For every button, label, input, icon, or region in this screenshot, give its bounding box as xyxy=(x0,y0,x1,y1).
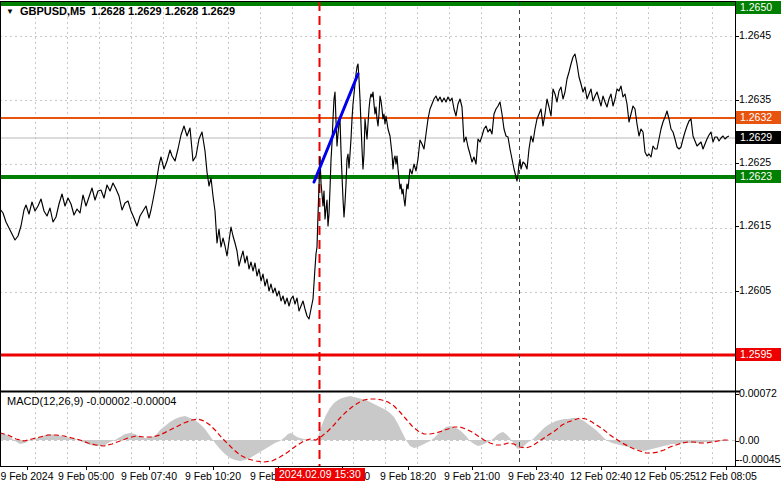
price-level-badge: 1.2595 xyxy=(736,348,781,361)
price-line xyxy=(0,54,729,319)
symbol-header: ▼ GBPUSD,M5 1.2628 1.2629 1.2628 1.2629 xyxy=(6,5,235,17)
symbol-ohlc: 1.2628 1.2629 1.2628 1.2629 xyxy=(91,5,235,17)
time-cursor-badge: 2024.02.09 15:30 xyxy=(275,468,365,481)
price-axis-label: 1.2615 xyxy=(739,219,781,232)
macd-axis-label: 0.00 xyxy=(739,434,781,447)
symbol-dropdown-icon[interactable]: ▼ xyxy=(6,6,14,17)
time-axis-label: 12 Feb 08:05 xyxy=(681,470,771,482)
chart-canvas[interactable] xyxy=(0,0,781,489)
price-axis-label: 1.2635 xyxy=(739,93,781,106)
trading-chart-window: ▼ GBPUSD,M5 1.2628 1.2629 1.2628 1.2629 … xyxy=(0,0,781,489)
price-axis-label: 1.2625 xyxy=(739,156,781,169)
price-level-badge: 1.2623 xyxy=(736,170,781,183)
macd-axis-label: -0.00045 xyxy=(739,453,781,466)
macd-axis-label: 0.00072 xyxy=(739,387,781,400)
price-axis-label: 1.2645 xyxy=(739,29,781,42)
price-axis-label: 1.2605 xyxy=(739,284,781,297)
price-level-badge: 1.2650 xyxy=(736,1,781,14)
price-level-badge: 1.2629 xyxy=(736,131,781,144)
symbol-title: GBPUSD,M5 xyxy=(20,5,85,17)
price-level-badge: 1.2632 xyxy=(736,111,781,124)
macd-indicator-label: MACD(12,26,9) -0.00002 -0.00004 xyxy=(7,395,176,407)
